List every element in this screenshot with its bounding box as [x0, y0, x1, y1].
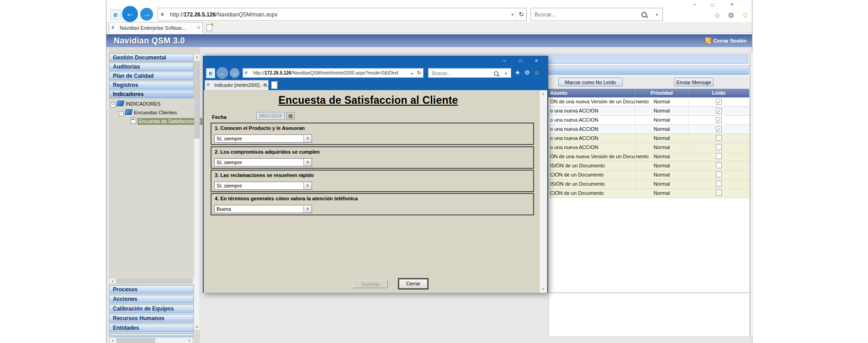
cell-prioridad: Normal	[635, 97, 688, 106]
new-tab-button[interactable]	[206, 24, 212, 31]
url-dropdown-icon[interactable]: ▾	[411, 71, 413, 76]
browser-tab[interactable]: e Navidian Enterprise Softwar... ×	[109, 22, 203, 33]
question-1-select[interactable]: Sí, siempre ∨	[214, 134, 312, 143]
chevron-down-icon[interactable]: ∨	[303, 135, 312, 142]
popup-close-button[interactable]: ×	[530, 58, 542, 64]
popup-maximize-button[interactable]: □	[515, 58, 527, 64]
sidebar-item-calibracion-de-equipos[interactable]: Calibración de Equipos	[109, 305, 194, 313]
send-message-button[interactable]: Enviar Mensaje	[674, 78, 714, 86]
read-checkbox[interactable]	[716, 162, 722, 168]
content-scrollbar-vertical[interactable]	[750, 54, 753, 337]
column-header-prioridad[interactable]: Prioridad	[635, 90, 688, 97]
scrollbar-thumb[interactable]	[116, 338, 155, 343]
sidebar-item-auditorias[interactable]: Auditorias	[109, 63, 194, 71]
question-2-select[interactable]: Sí, siempre ∨	[214, 158, 312, 166]
logout-button[interactable]: Cerrar Sesión	[705, 37, 746, 44]
scroll-right-icon[interactable]: ›	[186, 338, 192, 343]
favorites-star-icon[interactable]: ★	[515, 69, 520, 76]
scroll-down-icon[interactable]: ∨	[540, 286, 546, 292]
tree-collapse-icon[interactable]: −	[119, 111, 124, 116]
read-checkbox[interactable]	[716, 172, 722, 177]
tab-close-icon[interactable]: ×	[264, 82, 266, 87]
favorites-star-icon[interactable]: ☆	[714, 11, 720, 20]
scrollbar-thumb[interactable]	[194, 61, 200, 139]
window-close-button[interactable]: ×	[725, 1, 738, 8]
close-survey-button[interactable]: Cerrar	[399, 279, 428, 289]
cell-leido: ✓	[688, 125, 749, 134]
tree-node-encuesta-satisfaccion[interactable]: Encuesta de Satisfaccion al	[131, 118, 202, 124]
mark-unread-button[interactable]: Marcar como No Leído	[558, 78, 623, 86]
chevron-down-icon[interactable]: ∨	[303, 205, 312, 213]
sidebar-item-plan-de-calidad[interactable]: Plan de Calidad	[109, 72, 194, 80]
scroll-left-icon[interactable]: ‹	[110, 338, 116, 343]
search-icon[interactable]	[641, 12, 647, 17]
sidebar-scrollbar-horizontal-bottom[interactable]: ‹ ›	[109, 338, 193, 343]
sidebar-item-acciones[interactable]: Acciones	[109, 295, 194, 303]
scroll-up-icon[interactable]: ∧	[540, 91, 546, 97]
popup-tab[interactable]: e Indicador [mintm2000] - N... ×	[205, 80, 269, 90]
popup-forward-button[interactable]: →	[230, 68, 239, 78]
question-4-select[interactable]: Buena ∨	[214, 205, 312, 213]
chevron-down-icon[interactable]: ∨	[303, 159, 312, 166]
sidebar-item-entidades[interactable]: Entidades	[109, 324, 194, 332]
url-dropdown-icon[interactable]: ▾	[511, 12, 513, 17]
sidebar-item-registros[interactable]: Registros	[109, 81, 194, 89]
settings-gear-icon[interactable]: ⚙	[728, 11, 734, 20]
calendar-icon[interactable]: ▦	[286, 112, 295, 120]
search-dropdown-icon[interactable]: ▾	[505, 71, 507, 76]
scroll-up-icon[interactable]: ∧	[194, 54, 200, 60]
read-checkbox[interactable]: ✓	[716, 108, 722, 114]
sidebar-scrollbar-horizontal[interactable]: ‹	[109, 278, 199, 284]
feedback-smiley-icon[interactable]: ☺	[534, 69, 540, 76]
settings-gear-icon[interactable]: ⚙	[524, 69, 530, 76]
new-tab-button[interactable]	[271, 81, 277, 89]
feedback-smiley-icon[interactable]: ☺	[741, 11, 749, 19]
refresh-icon[interactable]: ↻	[417, 70, 421, 76]
fecha-input[interactable]: 08/01/2019	[256, 112, 285, 120]
back-button[interactable]: ←	[122, 6, 138, 22]
search-dropdown-icon[interactable]: ▾	[656, 12, 658, 17]
tree-node-indicadores[interactable]: −INDICADORES	[111, 101, 160, 107]
sidebar-scrollbar-vertical[interactable]: ∧ ∨	[194, 54, 200, 330]
read-checkbox[interactable]	[716, 135, 722, 141]
tree-node-encuestas-clientes[interactable]: −Encuestas Clientes	[119, 109, 177, 116]
read-checkbox[interactable]	[716, 144, 722, 150]
search-icon[interactable]	[494, 71, 498, 76]
read-checkbox[interactable]: ✓	[716, 126, 722, 132]
popup-search-box[interactable]: Buscar... ▾	[428, 68, 511, 78]
cell-asunto: o una nueva ACCION	[550, 125, 598, 134]
popup-back-button[interactable]: ←	[217, 67, 228, 79]
column-header-leido[interactable]: Leído	[688, 90, 749, 96]
tab-close-icon[interactable]: ×	[197, 25, 200, 30]
read-checkbox[interactable]	[716, 181, 722, 187]
read-checkbox[interactable]: ✓	[716, 99, 722, 105]
sidebar-item-procesos[interactable]: Procesos	[109, 285, 194, 294]
scrollbar-thumb[interactable]	[116, 279, 193, 284]
popup-minimize-button[interactable]: −	[498, 58, 510, 64]
read-checkbox[interactable]	[716, 153, 722, 159]
popup-scrollbar-vertical[interactable]: ∧ ∨	[539, 91, 547, 293]
scroll-down-icon[interactable]: ∨	[194, 324, 200, 330]
cell-prioridad: Normal	[635, 171, 688, 179]
cell-prioridad: Normal	[635, 189, 688, 198]
scroll-left-icon[interactable]: ‹	[110, 279, 116, 284]
address-bar[interactable]: e http://172.26.5.126/NavidianQSM/main.a…	[158, 8, 527, 21]
read-checkbox[interactable]	[716, 190, 722, 196]
popup-address-bar[interactable]: e http://172.26.5.126/NavidianQSM/mint/m…	[243, 68, 423, 78]
chevron-down-icon[interactable]: ∨	[303, 182, 312, 189]
search-box[interactable]: Buscar... ▾	[530, 8, 663, 21]
tree-collapse-icon[interactable]: −	[111, 102, 116, 107]
sidebar-item-recursos-humanos[interactable]: Recursos Humanos	[109, 314, 194, 322]
sidebar-item-gestion-documental[interactable]: Gestión Documental	[109, 54, 194, 62]
column-header-asunto[interactable]: Asunto	[550, 90, 567, 96]
cell-prioridad: Normal	[635, 134, 688, 143]
selected-value: Sí, siempre	[217, 136, 242, 141]
question-3-select[interactable]: Sí, siempre ∨	[214, 182, 312, 190]
sidebar-item-indicadores[interactable]: Indicadores	[109, 90, 194, 98]
read-checkbox[interactable]: ✓	[716, 117, 722, 123]
forward-button[interactable]: →	[140, 8, 153, 21]
refresh-icon[interactable]: ↻	[519, 11, 524, 18]
window-minimize-button[interactable]: −	[688, 1, 701, 8]
window-maximize-button[interactable]: □	[706, 1, 719, 8]
sidebar-item-clipped[interactable]	[109, 333, 194, 337]
